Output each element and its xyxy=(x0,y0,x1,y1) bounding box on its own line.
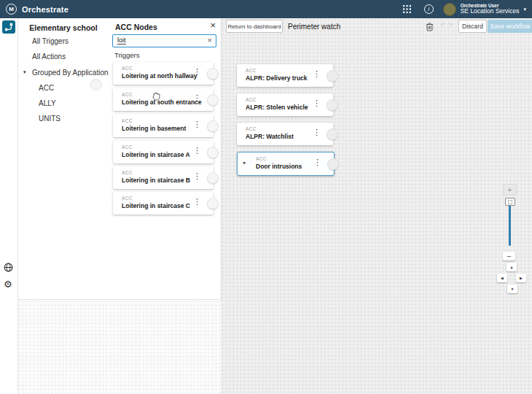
library-item-units[interactable]: UNITS xyxy=(39,115,60,123)
node-title: ALPR: Watchlist xyxy=(246,133,294,140)
clear-search-icon[interactable]: × xyxy=(208,36,212,45)
undo-icon: ↶ xyxy=(440,22,446,28)
user-avatar[interactable] xyxy=(443,3,456,16)
kebab-menu-icon[interactable]: ⋮ xyxy=(193,120,201,128)
card-app-label: ACC xyxy=(122,118,133,123)
apps-grid-icon[interactable] xyxy=(403,5,411,13)
user-menu-caret-icon[interactable]: ▾ xyxy=(523,7,526,12)
card-title: Loitering in basement xyxy=(122,125,186,132)
return-to-dashboard-button[interactable]: Return to dashboard xyxy=(226,20,283,33)
app-root: M Orchestrate i Orchestrate User SE Loca… xyxy=(0,0,532,394)
redo-icon: ↷ xyxy=(447,22,453,28)
library-title: Elementary school xyxy=(17,23,109,32)
drag-cursor-badge-icon xyxy=(90,79,102,90)
card-app-label: ACC xyxy=(122,66,133,71)
info-icon[interactable]: i xyxy=(424,4,434,14)
kebab-menu-icon[interactable]: ⋮ xyxy=(313,70,321,78)
pan-left-button[interactable]: ◀ xyxy=(497,274,507,282)
card-title: Loitering in staircase A xyxy=(122,151,190,158)
connector-port[interactable] xyxy=(327,158,339,170)
node-title: Door intrusions xyxy=(256,163,302,170)
node-app-label: ACC xyxy=(256,156,267,161)
user-org: SE Location Services xyxy=(461,8,520,15)
connector-port[interactable] xyxy=(326,70,338,82)
library-item-all-actions[interactable]: All Actions xyxy=(32,53,66,61)
triggers-section-label: Triggers xyxy=(114,51,140,59)
card-app-label: ACC xyxy=(122,144,133,150)
panel-underflow-area xyxy=(17,300,221,394)
connector-port[interactable] xyxy=(207,94,219,106)
nodes-panel-title: ACC Nodes xyxy=(115,23,157,31)
kebab-menu-icon[interactable]: ⋮ xyxy=(193,172,201,180)
workflow-canvas[interactable]: Return to dashboard Perimeter watch ↶ ↷ … xyxy=(221,18,532,394)
nodes-search-input[interactable]: loit × xyxy=(112,34,216,47)
card-title: Loitering in staircase B xyxy=(122,177,190,184)
node-app-label: ACC xyxy=(246,68,257,73)
save-workflow-button[interactable]: Save workflow xyxy=(488,20,532,33)
connector-port[interactable] xyxy=(326,128,338,140)
workflows-tool-icon[interactable] xyxy=(2,20,15,34)
motorola-logo-icon: M xyxy=(6,4,17,15)
kebab-menu-icon[interactable]: ⋮ xyxy=(313,128,321,136)
node-title: ALPR: Stolen vehicle xyxy=(246,104,308,111)
nodes-panel: ACC Nodes × loit × Triggers ACC Loiterin… xyxy=(109,18,222,300)
zoom-slider-handle[interactable] xyxy=(505,198,515,206)
app-title: Orchestrate xyxy=(22,5,69,14)
workflow-node-selected[interactable]: ▸ ACC Door intrusions ⋮ xyxy=(237,152,335,176)
library-item-ally[interactable]: ALLY xyxy=(39,99,56,107)
trigger-card[interactable]: ACC Loitering in staircase B ⋮ xyxy=(113,166,214,189)
zoom-in-button[interactable]: + xyxy=(503,184,517,196)
settings-gear-icon[interactable]: ⚙ xyxy=(4,279,12,289)
card-app-label: ACC xyxy=(122,92,133,97)
trigger-card[interactable]: ACC Loitering in staircase C ⋮ xyxy=(113,192,214,215)
connector-port[interactable] xyxy=(207,147,219,158)
card-title: Loitering at south entrance xyxy=(122,98,202,106)
kebab-menu-icon[interactable]: ⋮ xyxy=(193,147,201,155)
pan-right-button[interactable]: ▶ xyxy=(516,274,526,282)
workflow-node[interactable]: ACC ALPR: Stolen vehicle ⋮ xyxy=(237,93,333,116)
card-app-label: ACC xyxy=(122,196,133,201)
library-item-all-triggers[interactable]: All Triggers xyxy=(32,37,69,45)
workflow-node[interactable]: ACC ALPR: Watchlist ⋮ xyxy=(237,123,333,145)
node-title: ALPR: Delivery truck xyxy=(246,74,308,82)
trigger-card[interactable]: ACC Loitering in basement ⋮ xyxy=(113,115,214,137)
kebab-menu-icon[interactable]: ⋮ xyxy=(193,68,201,76)
expand-node-icon[interactable]: ▸ xyxy=(243,160,246,166)
close-panel-icon[interactable]: × xyxy=(210,20,216,31)
library-group-label[interactable]: Grouped By Application xyxy=(32,69,109,77)
zoom-out-button[interactable]: − xyxy=(503,252,515,260)
node-app-label: ACC xyxy=(246,97,257,102)
globe-icon[interactable] xyxy=(4,262,13,275)
kebab-menu-icon[interactable]: ⋮ xyxy=(193,198,201,206)
user-block[interactable]: Orchestrate User SE Location Services xyxy=(461,3,520,15)
pan-down-button[interactable]: ▼ xyxy=(507,285,517,293)
workflow-node[interactable]: ACC ALPR: Delivery truck ⋮ xyxy=(237,64,333,87)
node-app-label: ACC xyxy=(246,126,257,131)
top-bar: M Orchestrate i Orchestrate User SE Loca… xyxy=(0,0,532,18)
library-item-acc[interactable]: ACC xyxy=(39,84,54,92)
group-collapse-caret-icon[interactable]: ▾ xyxy=(23,69,26,75)
search-value: loit xyxy=(117,37,126,45)
trigger-card[interactable]: ACC Loitering in staircase A ⋮ xyxy=(113,141,214,163)
delete-trash-icon[interactable] xyxy=(426,21,434,34)
card-app-label: ACC xyxy=(122,170,133,175)
discard-button[interactable]: Discard xyxy=(458,20,487,33)
kebab-menu-icon[interactable]: ⋮ xyxy=(313,99,321,107)
kebab-menu-icon[interactable]: ⋮ xyxy=(313,158,321,166)
pan-up-button[interactable]: ▲ xyxy=(506,263,517,271)
card-title: Loitering in staircase C xyxy=(122,202,190,209)
workflow-name: Perimeter watch xyxy=(288,23,340,31)
connector-port[interactable] xyxy=(207,120,219,132)
trigger-card[interactable]: ACC Loitering at south entrance ⋮ xyxy=(113,88,214,111)
connector-port[interactable] xyxy=(326,99,338,111)
library-panel: Elementary school All Triggers All Actio… xyxy=(17,18,110,300)
card-title: Loitering at north hallway xyxy=(122,72,197,80)
trigger-card[interactable]: ACC Loitering at north hallway ⋮ xyxy=(113,62,214,85)
icon-rail: ⚙ xyxy=(0,18,18,394)
connector-port[interactable] xyxy=(207,198,219,209)
kebab-menu-icon[interactable]: ⋮ xyxy=(193,94,201,102)
connector-port[interactable] xyxy=(207,68,219,80)
connector-port[interactable] xyxy=(207,172,219,184)
